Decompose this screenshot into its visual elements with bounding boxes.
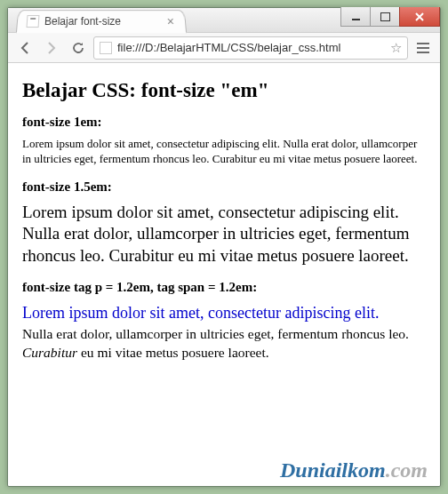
tab-title: Belajar font-size [44,15,166,28]
watermark-brand-sub: ilkom [336,458,386,482]
nested-lead-span: Lorem ipsum dolor sit amet, consectetur … [22,302,426,323]
minimize-button[interactable] [340,7,371,27]
menu-bar-icon [417,47,429,49]
browser-tab[interactable]: Belajar font-size × [16,10,187,33]
page-title: Belajar CSS: font-size "em" [22,79,426,102]
menu-bar-icon [417,52,429,53]
paragraph-15em: Lorem ipsum dolor sit amet, consectetur … [22,202,426,267]
close-window-button[interactable] [399,7,440,27]
reload-button[interactable] [67,36,90,60]
bookmark-star-icon[interactable]: ☆ [390,40,402,56]
arrow-left-icon [18,41,32,55]
arrow-right-icon [44,41,59,55]
watermark-brand-main: Dunia [280,458,336,482]
browser-window: Belajar font-size × file:///D:/BelajarHT… [7,7,441,487]
page-content: Belajar CSS: font-size "em" font-size 1e… [8,63,440,486]
close-icon [414,12,425,22]
paragraph-1em: Lorem ipsum dolor sit amet, consectetur … [22,137,426,167]
watermark-logo: Duniailkom.com [280,458,428,482]
nested-body-a: Nulla erat dolor, ullamcorper in ultrici… [22,326,409,341]
reload-icon [71,41,85,55]
toolbar: file:///D:/BelajarHTML/CSS/belajar_css.h… [8,33,440,63]
page-favicon [26,15,39,28]
menu-button[interactable] [412,36,435,60]
window-controls [341,7,440,27]
watermark-brand-tld: .com [386,458,428,482]
paragraph-nested: Lorem ipsum dolor sit amet, consectetur … [22,302,426,363]
section-label-nested: font-size tag p = 1.2em, tag span = 1.2e… [22,280,426,295]
section-label-15em: font-size 1.5em: [22,179,426,195]
maximize-button[interactable] [370,7,400,27]
section-label-1em: font-size 1em: [22,115,426,130]
forward-button[interactable] [40,36,63,60]
titlebar: Belajar font-size × [8,8,440,33]
back-button[interactable] [13,36,36,60]
menu-bar-icon [417,43,429,44]
nested-italic-word: Curabitur [22,345,77,360]
address-bar[interactable]: file:///D:/BelajarHTML/CSS/belajar_css.h… [93,36,408,60]
document-icon [100,42,112,54]
close-tab-icon[interactable]: × [164,15,176,28]
url-text: file:///D:/BelajarHTML/CSS/belajar_css.h… [117,41,385,54]
nested-body-b: eu mi vitae metus posuere laoreet. [77,345,269,360]
